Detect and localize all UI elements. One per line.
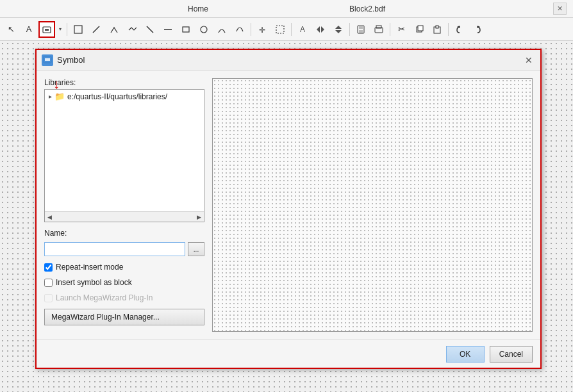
repeat-insert-row: Repeat-insert mode [44, 263, 204, 272]
window-close-button[interactable]: ✕ [553, 3, 567, 15]
svg-rect-6 [183, 27, 189, 32]
libraries-tree-container[interactable]: ▸ 📁 e:/quartus-II/quartus/libraries/ [45, 90, 204, 211]
svg-rect-1 [45, 29, 49, 31]
insert-as-block-label[interactable]: Insert symbol as block [56, 278, 132, 287]
rubber-band-icon[interactable] [272, 21, 288, 38]
repeat-insert-checkbox[interactable] [44, 263, 53, 272]
libraries-scrollbar[interactable]: ◀ ▶ [45, 211, 204, 222]
symbol-dialog: Symbol ✕ Libraries: ▸ 📁 e:/quartus-II/q [35, 49, 542, 369]
libraries-section: Libraries: ▸ 📁 e:/quartus-II/quartus/lib… [44, 78, 204, 222]
svg-marker-13 [335, 30, 342, 33]
scroll-left-icon[interactable]: ◀ [47, 214, 52, 220]
separator4 [349, 23, 350, 36]
separator1 [67, 23, 67, 36]
svg-line-3 [93, 26, 99, 33]
main-canvas: ↓ Symbol ✕ Libraries: [0, 41, 573, 392]
insert-as-block-checkbox[interactable] [44, 279, 53, 287]
text3-icon[interactable]: A [294, 21, 311, 38]
scroll-right-icon[interactable]: ▶ [197, 214, 201, 220]
separator2 [251, 23, 251, 36]
svg-rect-16 [359, 30, 363, 33]
svg-marker-12 [335, 26, 342, 29]
text-tool-icon[interactable]: A [21, 21, 37, 38]
ok-button[interactable]: OK [446, 346, 485, 363]
separator5 [390, 23, 390, 36]
line-tool3-icon[interactable] [124, 21, 140, 38]
svg-marker-11 [321, 26, 324, 33]
svg-line-4 [147, 26, 153, 33]
dialog-title-text: Symbol [57, 55, 85, 65]
select-move-icon[interactable]: ✛ [254, 21, 270, 38]
arc-tool-icon[interactable] [213, 21, 230, 38]
rect-select-icon[interactable] [70, 21, 87, 38]
print-icon[interactable] [370, 21, 387, 38]
pointer-icon[interactable]: ↖ [3, 21, 19, 38]
name-section: Name: ... [44, 229, 204, 256]
ellipse-tool-icon[interactable] [195, 21, 212, 38]
library-path-label: e:/quartus-II/quartus/libraries/ [67, 92, 167, 101]
megawizard-manager-button[interactable]: MegaWizard Plug-In Manager... [44, 309, 204, 325]
save-icon[interactable] [353, 21, 369, 38]
library-tree-item[interactable]: ▸ 📁 e:/quartus-II/quartus/libraries/ [45, 90, 204, 103]
title-bar: Home Block2.bdf ✕ [0, 0, 573, 18]
insert-as-block-row: Insert symbol as block [44, 278, 204, 287]
flip-v-icon[interactable] [330, 21, 347, 38]
diagonal-line-icon[interactable] [142, 21, 158, 38]
cancel-button[interactable]: Cancel [490, 346, 533, 363]
separator6 [448, 23, 449, 36]
flip-h-icon[interactable] [312, 21, 329, 38]
paste-icon[interactable] [429, 21, 445, 38]
launch-megawizard-checkbox [44, 294, 53, 302]
dialog-icon [42, 54, 53, 66]
dialog-close-button[interactable]: ✕ [522, 54, 535, 67]
svg-point-7 [201, 26, 207, 33]
name-label: Name: [44, 229, 204, 238]
title-tabs: Home Block2.bdf [181, 2, 392, 16]
browse-button[interactable]: ... [188, 242, 204, 256]
svg-rect-22 [436, 26, 438, 28]
line-tool2-icon[interactable] [106, 21, 122, 38]
rect-tool-icon[interactable] [178, 21, 194, 38]
svg-rect-20 [418, 26, 423, 31]
dropdown-arrow-icon[interactable]: ▾ [56, 21, 64, 38]
name-input[interactable] [44, 242, 185, 256]
dialog-left-panel: Libraries: ▸ 📁 e:/quartus-II/quartus/lib… [44, 78, 204, 332]
red-arrow-indicator: ↓ [53, 77, 60, 92]
folder-icon: 📁 [54, 92, 65, 101]
dialog-footer: OK Cancel [37, 339, 540, 368]
launch-megawizard-label: Launch MegaWizard Plug-In [56, 293, 153, 302]
svg-rect-2 [74, 26, 82, 33]
dialog-titlebar: Symbol ✕ [37, 50, 540, 70]
svg-text:✛: ✛ [259, 26, 265, 34]
svg-rect-9 [276, 26, 284, 33]
copy-icon[interactable] [411, 21, 428, 38]
insert-symbol-icon[interactable] [38, 21, 55, 38]
tab-file[interactable]: Block2.bdf [343, 2, 392, 16]
symbol-preview-panel [212, 78, 533, 332]
dialog-body: Libraries: ▸ 📁 e:/quartus-II/quartus/lib… [37, 70, 540, 339]
line-tool1-icon[interactable] [88, 21, 104, 38]
bezier-tool-icon[interactable] [231, 21, 248, 38]
dialog-title-area: Symbol [42, 54, 85, 66]
svg-rect-15 [359, 26, 363, 29]
tab-home[interactable]: Home [181, 2, 215, 16]
svg-rect-26 [45, 58, 50, 61]
libraries-label: Libraries: [44, 78, 204, 87]
tree-expand-arrow[interactable]: ▸ [49, 93, 52, 100]
repeat-insert-label[interactable]: Repeat-insert mode [56, 263, 123, 272]
undo-icon[interactable] [451, 21, 468, 38]
redo-icon[interactable] [469, 21, 486, 38]
toolbar: ↖ A ▾ ✛ [0, 18, 573, 41]
tool-x-icon[interactable] [160, 21, 176, 38]
separator3 [291, 23, 292, 36]
cut-icon[interactable]: ✂ [393, 21, 410, 38]
svg-marker-10 [317, 26, 320, 33]
launch-megawizard-row: Launch MegaWizard Plug-In [44, 293, 204, 302]
name-input-row: ... [44, 242, 204, 256]
